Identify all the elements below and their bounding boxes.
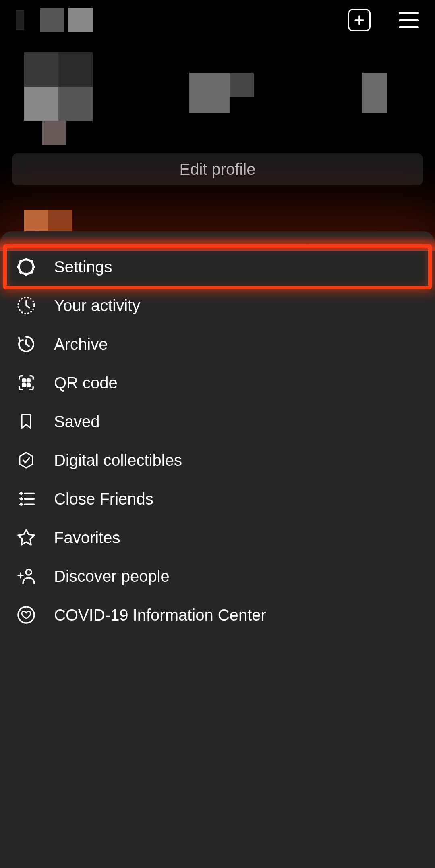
menu-item-label: COVID-19 Information Center — [54, 606, 266, 624]
svg-line-6 — [31, 272, 33, 273]
menu-item-saved[interactable]: Saved — [0, 402, 435, 441]
star-icon — [16, 527, 36, 548]
username-area[interactable] — [16, 8, 93, 32]
profile-topbar — [0, 0, 435, 40]
menu-item-qr-code[interactable]: QR code — [0, 363, 435, 402]
svg-rect-12 — [22, 384, 25, 387]
activity-icon — [16, 295, 36, 316]
heart-circle-icon — [16, 605, 36, 625]
svg-point-20 — [18, 607, 34, 623]
menu-item-label: Your activity — [54, 297, 140, 315]
menu-item-label: QR code — [54, 374, 118, 392]
svg-rect-11 — [27, 379, 30, 382]
menu-item-close-friends[interactable]: Close Friends — [0, 480, 435, 518]
menu-item-label: Settings — [54, 258, 112, 276]
menu-item-settings[interactable]: Settings — [0, 247, 435, 286]
profile-header — [0, 40, 435, 161]
svg-point-17 — [26, 569, 31, 575]
edit-profile-label: Edit profile — [180, 160, 256, 179]
svg-rect-13 — [27, 384, 30, 387]
menu-icon[interactable] — [399, 12, 419, 28]
edit-profile-button[interactable]: Edit profile — [12, 153, 423, 185]
svg-rect-10 — [22, 379, 25, 382]
options-bottom-sheet: Settings Your activity Archive — [0, 231, 435, 868]
close-friends-icon — [16, 489, 36, 509]
menu-item-digital-collectibles[interactable]: Digital collectibles — [0, 441, 435, 480]
discover-people-icon — [16, 566, 36, 586]
menu-item-label: Archive — [54, 335, 108, 353]
menu-item-label: Saved — [54, 413, 99, 431]
gear-icon — [16, 257, 36, 277]
menu-item-discover-people[interactable]: Discover people — [0, 557, 435, 596]
svg-line-5 — [20, 260, 21, 262]
qr-icon — [16, 373, 36, 393]
profile-stats — [189, 73, 415, 121]
menu-item-favorites[interactable]: Favorites — [0, 518, 435, 557]
create-icon[interactable] — [348, 9, 371, 31]
menu-item-archive[interactable]: Archive — [0, 325, 435, 363]
menu-item-label: Discover people — [54, 567, 170, 586]
svg-line-8 — [31, 260, 33, 262]
menu-item-label: Close Friends — [54, 490, 153, 508]
menu-item-label: Digital collectibles — [54, 451, 182, 469]
menu-item-your-activity[interactable]: Your activity — [0, 286, 435, 325]
avatar[interactable] — [24, 52, 93, 121]
archive-icon — [16, 334, 36, 354]
bookmark-icon — [16, 411, 36, 432]
menu-item-label: Favorites — [54, 529, 120, 547]
hexagon-check-icon — [16, 450, 36, 470]
svg-line-7 — [20, 272, 21, 273]
menu-item-covid-info[interactable]: COVID-19 Information Center — [0, 596, 435, 634]
